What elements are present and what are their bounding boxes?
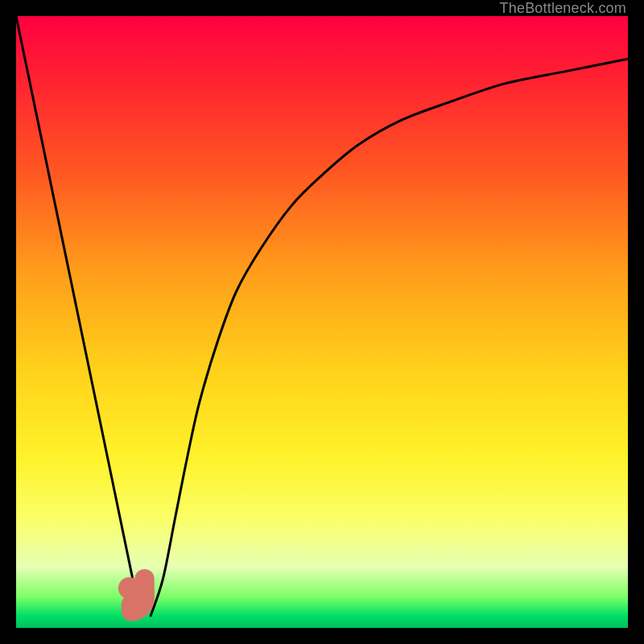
left-branch-line [16, 16, 140, 616]
watermark-text: TheBottleneck.com [500, 0, 626, 17]
marker-group [118, 577, 145, 611]
curve-group [16, 16, 628, 616]
chart-svg [16, 16, 628, 628]
right-branch-curve [151, 59, 628, 616]
chart-plot-area [16, 16, 628, 628]
chart-frame: TheBottleneck.com [0, 0, 644, 644]
